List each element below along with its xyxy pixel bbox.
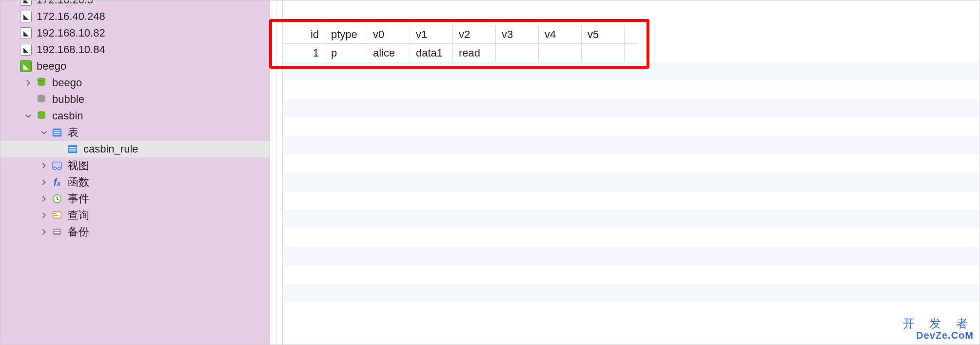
col-ptype[interactable]: ptype	[325, 25, 367, 44]
connection-icon: ◣	[19, 26, 33, 40]
database-icon	[35, 76, 48, 90]
table-group-icon	[50, 126, 64, 139]
connection-item[interactable]: ◣ 172.16.40.248	[0, 8, 270, 25]
svg-rect-9	[69, 147, 77, 148]
connection-item[interactable]: ◣ 172.16.20.5	[0, 0, 270, 8]
database-label: beego	[52, 77, 270, 89]
table-item-selected[interactable]: casbin_rule	[0, 141, 270, 157]
chevron-right-icon	[38, 229, 50, 235]
watermark: 开 发 者 DevZe.CoM	[903, 317, 974, 341]
app-window: ◣ 172.16.20.5 ◣ 172.16.40.248 ◣ 192.168.…	[0, 0, 980, 345]
connection-icon: ◣	[19, 0, 33, 7]
chevron-right-icon	[38, 179, 50, 186]
functions-label: 函数	[68, 175, 270, 190]
events-group[interactable]: 事件	[0, 191, 270, 207]
data-table[interactable]: id ptype v0 v1 v2 v3 v4 v5 1 p alice dat…	[283, 25, 638, 62]
connection-icon: ◣	[19, 10, 33, 23]
views-group[interactable]: 视图	[0, 157, 270, 174]
cell-v4[interactable]	[539, 44, 582, 62]
database-icon	[35, 109, 48, 123]
backup-icon	[50, 225, 64, 239]
view-icon	[50, 159, 64, 172]
connection-label: 192.168.10.84	[37, 43, 270, 56]
svg-point-14	[58, 167, 61, 170]
database-item[interactable]: beego	[0, 75, 270, 91]
svg-rect-20	[55, 230, 60, 231]
connection-icon: ◣	[19, 59, 33, 73]
database-label: casbin	[52, 110, 270, 122]
col-v2[interactable]: v2	[453, 25, 496, 44]
svg-rect-5	[54, 130, 61, 131]
svg-rect-7	[54, 134, 61, 135]
table-row[interactable]: 1 p alice data1 read	[283, 44, 638, 62]
table-icon	[66, 142, 79, 156]
connection-icon: ◣	[19, 43, 33, 57]
cell-v5[interactable]	[582, 44, 625, 62]
cell-ptype[interactable]: p	[325, 44, 367, 62]
fx-icon: fx	[50, 175, 64, 189]
database-item-expanded[interactable]: casbin	[0, 108, 270, 124]
cell-id[interactable]: 1	[283, 44, 325, 62]
views-label: 视图	[68, 158, 270, 173]
functions-group[interactable]: fx 函数	[0, 174, 270, 191]
col-v5[interactable]: v5	[582, 25, 625, 44]
col-v4[interactable]: v4	[539, 25, 582, 44]
svg-rect-10	[69, 149, 77, 150]
vertical-divider[interactable]	[270, 0, 283, 345]
cell-v3[interactable]	[496, 44, 539, 62]
main-content: id ptype v0 v1 v2 v3 v4 v5 1 p alice dat…	[283, 0, 980, 345]
clock-icon	[50, 192, 64, 206]
backups-label: 备份	[68, 225, 270, 239]
connection-item[interactable]: ◣ 192.168.10.82	[0, 25, 270, 41]
col-extra	[625, 25, 638, 44]
cell-v1[interactable]: data1	[410, 44, 453, 62]
queries-group[interactable]: 查询	[0, 207, 270, 224]
chevron-down-icon	[22, 113, 35, 119]
svg-rect-16	[53, 212, 61, 218]
watermark-en: DevZe.CoM	[903, 330, 974, 341]
connection-label: 192.168.10.82	[37, 27, 270, 39]
connection-label: 172.16.20.5	[37, 0, 270, 6]
col-v1[interactable]: v1	[410, 25, 453, 44]
chevron-right-icon	[38, 162, 50, 169]
svg-rect-11	[69, 151, 77, 152]
svg-rect-17	[54, 213, 57, 214]
queries-label: 查询	[68, 208, 270, 223]
watermark-cn: 开 发 者	[903, 317, 974, 330]
tables-group[interactable]: 表	[0, 124, 270, 141]
connection-label: 172.16.40.248	[37, 10, 270, 23]
sidebar: ◣ 172.16.20.5 ◣ 172.16.40.248 ◣ 192.168.…	[0, 0, 270, 345]
table-label: casbin_rule	[83, 143, 270, 155]
svg-rect-21	[55, 232, 60, 233]
col-v3[interactable]: v3	[496, 25, 539, 44]
svg-point-13	[54, 167, 57, 170]
database-icon	[35, 93, 48, 106]
chevron-right-icon	[22, 79, 35, 86]
chevron-right-icon	[38, 212, 50, 219]
cell-v0[interactable]: alice	[367, 44, 410, 62]
database-item[interactable]: bubble	[0, 91, 270, 108]
connection-item-active[interactable]: ◣ beego	[0, 58, 270, 75]
col-id[interactable]: id	[283, 25, 325, 44]
table-header-row: id ptype v0 v1 v2 v3 v4 v5	[283, 25, 638, 44]
tables-group-label: 表	[68, 125, 270, 140]
svg-rect-18	[54, 215, 59, 216]
cell-v2[interactable]: read	[453, 44, 496, 62]
chevron-right-icon	[38, 195, 50, 202]
connection-item[interactable]: ◣ 192.168.10.84	[0, 41, 270, 58]
backups-group[interactable]: 备份	[0, 224, 270, 240]
database-label: bubble	[52, 93, 270, 106]
cell-extra	[625, 44, 638, 62]
chevron-down-icon	[38, 129, 50, 136]
query-icon	[50, 209, 64, 222]
connection-label: beego	[37, 60, 270, 73]
col-v0[interactable]: v0	[367, 25, 410, 44]
svg-rect-6	[54, 132, 61, 133]
events-label: 事件	[68, 192, 270, 206]
